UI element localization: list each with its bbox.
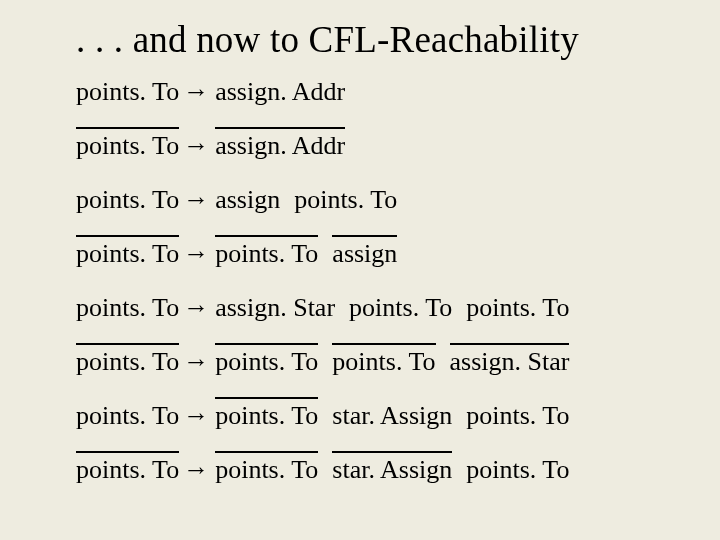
arrow-icon: → <box>183 403 209 429</box>
rule-rhs-symbol: assign <box>332 241 397 267</box>
rule-rhs-symbol: points. To <box>215 403 318 429</box>
rule-lhs: points. To <box>76 403 179 429</box>
rule-rhs-symbol: assign <box>215 187 280 213</box>
rule-rhs-symbol: points. To <box>215 241 318 267</box>
rule-rhs-symbol: points. To <box>332 349 435 375</box>
arrow-icon: → <box>183 457 209 483</box>
arrow-icon: → <box>183 187 209 213</box>
arrow-icon: → <box>183 295 209 321</box>
rule-rhs-symbol: assign. Addr <box>215 133 345 159</box>
rule-rhs-symbol: star. Assign <box>332 457 452 483</box>
grammar-rule: points. To→points. Topoints. Toassign. S… <box>76 349 680 375</box>
grammar-rule: points. To→assign. Addr <box>76 133 680 159</box>
grammar-rule: points. To→assign. Starpoints. Topoints.… <box>76 295 680 321</box>
rule-rhs-symbol: points. To <box>466 403 569 429</box>
grammar-rule: points. To→points. Tostar. Assignpoints.… <box>76 403 680 429</box>
rule-lhs: points. To <box>76 349 179 375</box>
rule-rhs-symbol: points. To <box>294 187 397 213</box>
arrow-icon: → <box>183 133 209 159</box>
rule-rhs-symbol: assign. Star <box>450 349 570 375</box>
rule-rhs-symbol: assign. Addr <box>215 79 345 105</box>
rule-rhs-symbol: points. To <box>466 457 569 483</box>
slide: . . . and now to CFL-Reachability points… <box>0 0 720 540</box>
rule-lhs: points. To <box>76 295 179 321</box>
rule-lhs: points. To <box>76 457 179 483</box>
rule-rhs-symbol: points. To <box>215 349 318 375</box>
grammar-rule: points. To→points. Toassign <box>76 241 680 267</box>
rule-rhs-symbol: points. To <box>349 295 452 321</box>
grammar-rule: points. To→assignpoints. To <box>76 187 680 213</box>
rule-lhs: points. To <box>76 187 179 213</box>
rule-rhs-symbol: star. Assign <box>332 403 452 429</box>
grammar-rule: points. To→assign. Addr <box>76 79 680 105</box>
rule-rhs-symbol: points. To <box>215 457 318 483</box>
rule-rhs-symbol: assign. Star <box>215 295 335 321</box>
rule-rhs-symbol: points. To <box>466 295 569 321</box>
rule-lhs: points. To <box>76 133 179 159</box>
arrow-icon: → <box>183 79 209 105</box>
rule-lhs: points. To <box>76 241 179 267</box>
arrow-icon: → <box>183 241 209 267</box>
grammar-rule-list: points. To→assign. Addrpoints. To→assign… <box>76 79 680 483</box>
grammar-rule: points. To→points. Tostar. Assignpoints.… <box>76 457 680 483</box>
rule-lhs: points. To <box>76 79 179 105</box>
arrow-icon: → <box>183 349 209 375</box>
slide-title: . . . and now to CFL-Reachability <box>76 18 680 61</box>
